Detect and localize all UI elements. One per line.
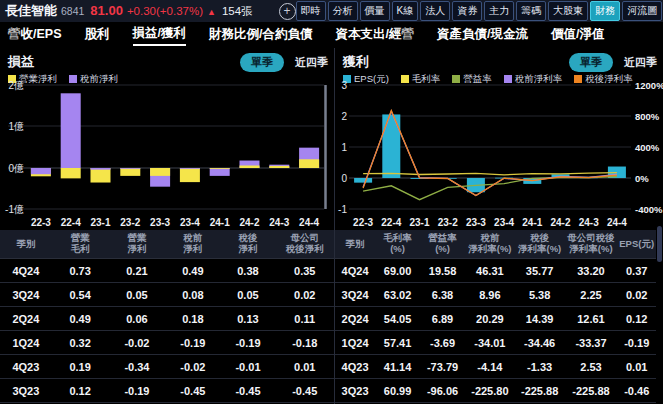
quarter-cell: 3Q23 <box>0 385 52 397</box>
table-row[interactable]: 2Q240.490.060.180.130.11 <box>0 307 334 331</box>
stock-code: 6841 <box>61 5 84 17</box>
value-cell: 0.05 <box>220 289 275 301</box>
table-row[interactable]: 4Q2469.0019.5846.3135.7733.200.37 <box>335 259 656 283</box>
right-axis-label: 0% <box>635 173 649 184</box>
up-arrow-icon: ▲ <box>207 7 216 17</box>
value-cell: 0.21 <box>109 265 166 277</box>
eps-bar-22-3 <box>354 178 372 183</box>
right-axis-label: 1200% <box>635 80 663 91</box>
quarter-cell: 3Q24 <box>0 289 52 301</box>
subnav-item-財務比例/合約負債[interactable]: 財務比例/合約負債 <box>209 25 312 45</box>
single-quarter-button-right[interactable]: 單季 <box>569 53 613 72</box>
table-row[interactable]: 3Q240.540.050.080.050.02 <box>0 283 334 307</box>
table-row[interactable]: 1Q240.32-0.02-0.19-0.19-0.18 <box>0 331 334 355</box>
scrollbar-thumb[interactable] <box>657 226 662 262</box>
subnav-item-價值/淨值[interactable]: 價值/淨值 <box>551 25 604 45</box>
subnav-item-資產負債/現金流[interactable]: 資產負債/現金流 <box>437 25 528 45</box>
table-row[interactable]: 3Q230.12-0.19-0.45-0.45-0.45 <box>0 379 334 403</box>
line-稅前淨利率 <box>363 111 617 195</box>
line-稅後淨利率 <box>363 111 617 196</box>
value-cell: -1.33 <box>515 361 565 373</box>
subnav-item-損益/獲利[interactable]: 損益/獲利 <box>133 24 186 46</box>
value-cell: -0.19 <box>165 337 220 349</box>
value-cell: 0.02 <box>617 289 656 301</box>
menu-tab-籌碼[interactable]: 籌碼 <box>516 1 546 21</box>
value-cell: -225.88 <box>565 385 618 397</box>
quarter-cell: 2Q24 <box>0 313 52 325</box>
value-cell: 0.35 <box>276 265 334 277</box>
menu-tab-財務[interactable]: 財務 <box>590 1 620 21</box>
value-cell: 6.38 <box>420 289 465 301</box>
menu-tab-資券[interactable]: 資券 <box>452 1 482 21</box>
table-row[interactable]: 4Q240.730.210.490.380.35 <box>0 259 334 283</box>
value-cell: 0.32 <box>52 337 109 349</box>
income-bar-chart[interactable]: 2億1億0億-1億22-322-423-123-223-323-424-124-… <box>0 80 334 232</box>
x-axis-label: 22-3 <box>353 217 373 228</box>
value-cell: 0.19 <box>52 361 109 373</box>
table-row[interactable]: 1Q2457.41-3.69-34.01-34.46-33.37-0.19 <box>335 331 656 355</box>
finance-subnav: 營收/EPS股利損益/獲利財務比例/合約負債資本支出/經營資產負債/現金流價值/… <box>0 22 663 48</box>
bar-22-4 <box>61 168 81 178</box>
table-row[interactable]: 3Q2360.99-96.06-225.80-225.88-225.88-0.4… <box>335 379 656 403</box>
table-row[interactable]: 4Q230.19-0.34-0.02-0.010.01 <box>0 355 334 379</box>
menu-tab-分析[interactable]: 分析 <box>328 1 358 21</box>
table-row[interactable]: 3Q2463.026.388.965.382.250.02 <box>335 283 656 307</box>
value-cell: -73.79 <box>420 361 465 373</box>
bar-23-2 <box>120 168 140 176</box>
value-cell: -33.37 <box>565 337 618 349</box>
subnav-item-營收/EPS[interactable]: 營收/EPS <box>8 25 62 45</box>
menu-tab-價量[interactable]: 價量 <box>360 1 390 21</box>
quarter-cell: 3Q23 <box>335 385 375 397</box>
x-axis-label: 23-4 <box>180 217 200 228</box>
subnav-item-股利[interactable]: 股利 <box>85 25 110 45</box>
table-row[interactable]: 4Q2341.14-73.79-4.14-1.332.530.01 <box>335 355 656 379</box>
value-cell: -0.18 <box>276 337 334 349</box>
menu-tab-法人[interactable]: 法人 <box>420 1 450 21</box>
x-axis-label: 23-3 <box>466 217 486 228</box>
menu-tab-即時[interactable]: 即時 <box>296 1 326 21</box>
x-axis-label: 22-4 <box>61 217 81 228</box>
value-cell: 0.37 <box>617 265 656 277</box>
value-cell: -0.46 <box>617 385 656 397</box>
x-axis-label: 23-2 <box>120 217 140 228</box>
value-cell: 0.18 <box>165 313 220 325</box>
profit-combo-chart[interactable]: 31200%2800%1400%00%-1-400%22-322-423-123… <box>335 80 663 232</box>
value-cell: 0.06 <box>109 313 166 325</box>
stock-name: 長佳智能 <box>5 2 57 20</box>
value-cell: 0.02 <box>276 289 334 301</box>
value-cell: 57.41 <box>375 337 420 349</box>
single-quarter-button-left[interactable]: 單季 <box>240 53 284 72</box>
table-header-cell: 稅後淨利 <box>220 233 275 255</box>
value-cell: 69.00 <box>375 265 420 277</box>
value-cell: 0.49 <box>52 313 109 325</box>
quarter-cell: 1Q24 <box>335 337 375 349</box>
x-axis-label: 22-3 <box>31 217 51 228</box>
value-cell: 19.58 <box>420 265 465 277</box>
menu-tab-大股東[interactable]: 大股東 <box>548 1 588 21</box>
value-cell: -0.19 <box>617 337 656 349</box>
value-cell: 0.01 <box>276 361 334 373</box>
profit-table: 季別毛利率(%)營益率(%)稅前淨利率(%)稅後淨利率(%)母公司稅後淨利率(%… <box>335 230 656 404</box>
stock-price: 81.00 <box>90 3 123 18</box>
quarter-cell: 1Q24 <box>0 337 52 349</box>
stock-quote[interactable]: 長佳智能 6841 81.00 +0.30(+0.37%) ▲ 154張 <box>5 2 253 20</box>
x-axis-label: 24-1 <box>522 217 542 228</box>
table-header-cell: 營業毛利 <box>52 233 109 255</box>
value-cell: -0.02 <box>109 337 166 349</box>
quarter-cell: 4Q24 <box>335 265 375 277</box>
menu-tab-K線[interactable]: K線 <box>392 1 419 21</box>
subnav-item-資本支出/經營[interactable]: 資本支出/經營 <box>335 25 413 45</box>
menu-tab-主力[interactable]: 主力 <box>484 1 514 21</box>
value-cell: 0.05 <box>109 289 166 301</box>
value-cell: 5.38 <box>515 289 565 301</box>
four-quarter-button-left[interactable]: 近四季 <box>295 55 328 70</box>
table-row[interactable]: 2Q2454.056.8920.2914.3912.610.12 <box>335 307 656 331</box>
value-cell: 0.08 <box>165 289 220 301</box>
table-header-cell: EPS(元) <box>617 239 656 250</box>
table-header-cell: 母公司稅後淨利 <box>276 233 334 255</box>
value-cell: -0.19 <box>220 337 275 349</box>
menu-tab-河流圖[interactable]: 河流圖 <box>622 1 662 21</box>
four-quarter-button-right[interactable]: 近四季 <box>624 55 657 70</box>
quarter-cell: 4Q23 <box>335 361 375 373</box>
add-plus-icon[interactable]: + <box>279 3 296 20</box>
